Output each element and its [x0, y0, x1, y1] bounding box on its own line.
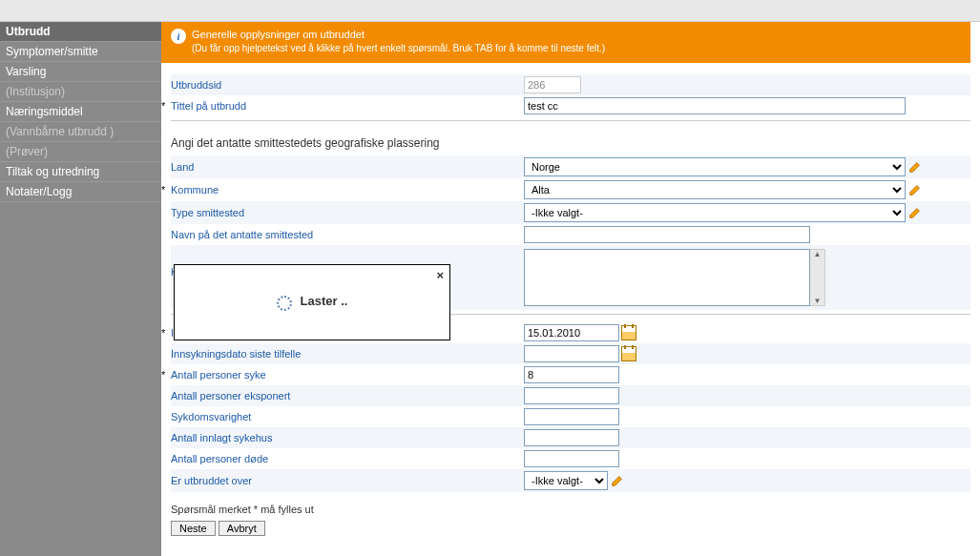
label-innsykningsdato-siste[interactable]: Innsykningsdato siste tilfelle	[171, 346, 524, 361]
sidebar-item-naeringsmiddel[interactable]: Næringsmiddel	[0, 102, 161, 122]
label-antall-syke[interactable]: Antall personer syke	[171, 367, 524, 382]
label-antall-eksponert[interactable]: Antall personer eksponert	[171, 388, 524, 403]
banner-subtitle: (Du får opp hjelpetekst ved å klikke på …	[192, 42, 605, 55]
input-sykdomsvarighet[interactable]	[524, 408, 619, 425]
section-geo-heading: Angi det antatte smittestedets geografis…	[171, 129, 970, 155]
select-utbruddet-over[interactable]: -Ikke valgt-	[524, 471, 608, 490]
top-toolbar	[0, 0, 980, 22]
sidebar-item-vannbarne[interactable]: (Vannbårne utbrudd )	[0, 122, 161, 142]
input-antall-dode[interactable]	[524, 450, 619, 467]
sidebar-item-prover[interactable]: (Prøver)	[0, 142, 161, 162]
edit-icon[interactable]	[908, 206, 922, 219]
sidebar: Utbrudd Symptomer/smitte Varsling (Insti…	[0, 22, 161, 556]
loading-text: Laster ..	[301, 294, 348, 308]
next-button[interactable]: Neste	[171, 521, 216, 536]
label-antall-dode[interactable]: Antall personer døde	[171, 451, 524, 466]
sidebar-item-institusjon[interactable]: (Institusjon)	[0, 82, 161, 102]
calendar-icon[interactable]	[621, 346, 636, 361]
close-icon[interactable]: ×	[436, 268, 444, 282]
edit-icon[interactable]	[908, 183, 922, 196]
select-kommune[interactable]: Alta	[524, 180, 906, 199]
required-note: Spørsmål merket * må fylles ut	[171, 504, 970, 515]
input-innsykningsdato-siste[interactable]	[524, 345, 619, 362]
info-icon: i	[171, 29, 186, 44]
label-tittel[interactable]: Tittel på utbrudd	[171, 98, 524, 113]
input-antall-innlagt[interactable]	[524, 429, 619, 446]
label-land[interactable]: Land	[171, 159, 524, 175]
input-navn-smittested[interactable]	[524, 226, 810, 243]
sidebar-item-utbrudd[interactable]: Utbrudd	[0, 22, 161, 42]
edit-icon[interactable]	[908, 160, 922, 174]
label-antall-innlagt[interactable]: Antall innlagt sykehus	[171, 430, 524, 445]
input-tittel[interactable]	[524, 97, 906, 114]
label-utbruddsid[interactable]: Utbruddsid	[171, 77, 524, 93]
cancel-button[interactable]: Avbryt	[219, 521, 265, 536]
edit-icon[interactable]	[611, 474, 624, 487]
sidebar-item-notater[interactable]: Notater/Logg	[0, 182, 161, 202]
label-kommune[interactable]: Kommune	[171, 182, 524, 197]
select-type-smittested[interactable]: -Ikke valgt-	[524, 203, 906, 222]
info-banner: i Generelle opplysninger om utbruddet (D…	[161, 22, 970, 63]
label-sykdomsvarighet[interactable]: Sykdomsvarighet	[171, 409, 524, 424]
loading-modal: × Laster ..	[174, 264, 450, 340]
spinner-icon	[277, 296, 292, 311]
value-utbruddsid: 286	[524, 76, 581, 93]
label-utbruddet-over[interactable]: Er utbruddet over	[171, 473, 524, 488]
textarea-kommentar[interactable]	[524, 249, 810, 306]
input-innsykningsdato[interactable]	[524, 324, 619, 341]
textarea-scrollbar[interactable]: ▲▼	[810, 249, 825, 306]
banner-title: Generelle opplysninger om utbruddet	[192, 28, 605, 42]
sidebar-item-symptomer[interactable]: Symptomer/smitte	[0, 42, 161, 62]
sidebar-item-varsling[interactable]: Varsling	[0, 62, 161, 82]
label-type-smittested[interactable]: Type smittested	[171, 205, 524, 220]
sidebar-item-tiltak[interactable]: Tiltak og utredning	[0, 162, 161, 182]
select-land[interactable]: Norge	[524, 157, 906, 176]
calendar-icon[interactable]	[621, 325, 636, 340]
input-antall-syke[interactable]	[524, 366, 619, 383]
input-antall-eksponert[interactable]	[524, 387, 619, 404]
label-navn-smittested[interactable]: Navn på det antatte smittested	[171, 227, 524, 242]
